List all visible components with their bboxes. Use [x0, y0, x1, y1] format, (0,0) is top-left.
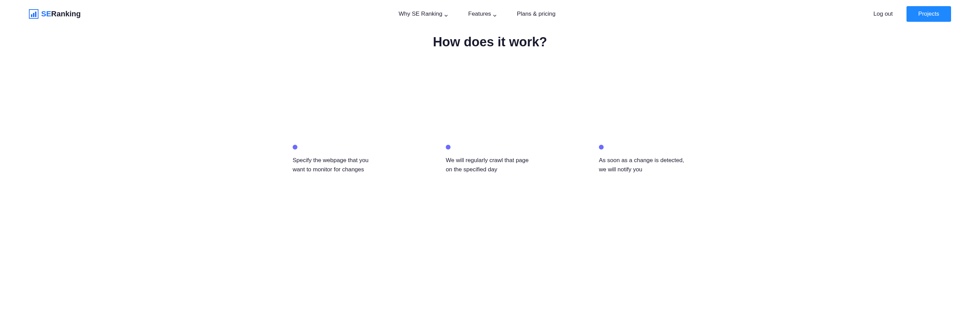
section-title: How does it work?	[0, 35, 980, 50]
nav-right: Log out Projects	[873, 6, 951, 22]
steps-container: Specify the webpage that you want to mon…	[0, 145, 980, 174]
nav-features[interactable]: Features	[468, 11, 496, 18]
nav-why-se-ranking[interactable]: Why SE Ranking	[399, 11, 448, 18]
site-header: SERanking Why SE Ranking Features Plans …	[0, 0, 980, 28]
step-text: As soon as a change is detected, we will…	[599, 156, 687, 174]
chevron-down-icon	[493, 12, 496, 16]
nav-plans-pricing[interactable]: Plans & pricing	[517, 11, 555, 18]
logo-bars-icon	[29, 9, 38, 19]
nav-label: Plans & pricing	[517, 11, 555, 18]
step-item: We will regularly crawl that page on the…	[446, 145, 534, 174]
step-item: As soon as a change is detected, we will…	[599, 145, 687, 174]
projects-button[interactable]: Projects	[907, 6, 951, 22]
nav-label: Features	[468, 11, 491, 18]
main-content: How does it work? Specify the webpage th…	[0, 28, 980, 195]
logo[interactable]: SERanking	[29, 9, 81, 19]
chevron-down-icon	[444, 12, 448, 16]
step-text: We will regularly crawl that page on the…	[446, 156, 534, 174]
step-dot-icon	[293, 145, 298, 150]
logout-link[interactable]: Log out	[873, 11, 893, 18]
logo-text: SERanking	[41, 10, 81, 18]
step-dot-icon	[446, 145, 450, 150]
step-item: Specify the webpage that you want to mon…	[293, 145, 381, 174]
nav-label: Why SE Ranking	[399, 11, 443, 18]
step-text: Specify the webpage that you want to mon…	[293, 156, 381, 174]
main-nav: Why SE Ranking Features Plans & pricing	[399, 11, 556, 18]
step-dot-icon	[599, 145, 604, 150]
